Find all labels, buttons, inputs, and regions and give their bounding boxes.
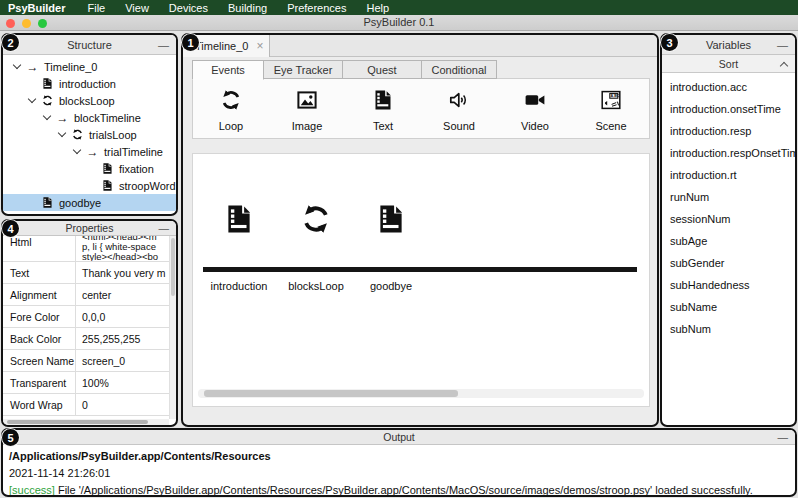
tree-item-trialsloop[interactable]: trialsLoop: [3, 126, 176, 143]
expand-toggle[interactable]: [9, 65, 24, 68]
text-doc-icon: [39, 77, 56, 90]
chevron-down-icon: [12, 61, 20, 69]
property-value[interactable]: <html><head><mp, li { white-spacestyle><…: [75, 236, 176, 261]
property-row-alignment: Alignmentcenter: [3, 284, 176, 306]
document-tab-label: Timeline_0: [195, 40, 248, 52]
sort-header[interactable]: Sort: [662, 55, 795, 73]
tool-scene[interactable]: A.BCScene: [573, 79, 649, 138]
variables-panel: Variables — Sort introduction.accintrodu…: [660, 33, 797, 427]
text-doc-icon: [222, 222, 256, 239]
variable-item-subname[interactable]: subName: [662, 296, 795, 318]
tree-item-fixation[interactable]: fixation: [3, 160, 176, 177]
video-icon: [523, 88, 547, 116]
canvas-horizontal-scrollbar[interactable]: [198, 389, 644, 398]
properties-panel-title: Properties: [66, 222, 114, 234]
vertical-scrollbar[interactable]: [169, 236, 176, 419]
app-window: PsyBuilder FileViewDevicesBuildingPrefer…: [0, 0, 798, 498]
tab-eye-tracker[interactable]: Eye Tracker: [263, 60, 343, 79]
menu-item-help[interactable]: Help: [356, 2, 399, 14]
variable-item-sessionnum[interactable]: sessionNum: [662, 208, 795, 230]
scrollbar-thumb[interactable]: [7, 420, 148, 424]
timeline-item-introduction[interactable]: [201, 202, 277, 240]
menu-item-view[interactable]: View: [115, 2, 159, 14]
tree-item-label: Timeline_0: [44, 61, 97, 73]
tree-item-label: blockTimeline: [74, 112, 141, 124]
property-value[interactable]: Thank you very m: [75, 262, 176, 283]
expand-toggle[interactable]: [24, 99, 39, 102]
tree-item-label: trialTimeline: [104, 146, 163, 158]
menu-items: FileViewDevicesBuildingPreferencesHelp: [77, 2, 399, 14]
tool-label: Text: [373, 120, 393, 132]
scene-icon: A.BC: [599, 88, 623, 116]
tree-item-introduction[interactable]: introduction: [3, 75, 176, 92]
tab-conditional[interactable]: Conditional: [421, 60, 497, 79]
expand-toggle[interactable]: [39, 116, 54, 119]
tool-loop[interactable]: Loop: [193, 79, 269, 138]
tree-item-goodbye[interactable]: goodbye: [3, 194, 176, 211]
variable-item-subage[interactable]: subAge: [662, 230, 795, 252]
menu-item-devices[interactable]: Devices: [159, 2, 218, 14]
property-name: Html: [3, 236, 75, 248]
timeline-arrow-icon: →: [54, 112, 71, 124]
variable-item-runnum[interactable]: runNum: [662, 186, 795, 208]
variable-item-introduction-resp[interactable]: introduction.resp: [662, 120, 795, 142]
property-value[interactable]: screen_0: [75, 350, 176, 371]
property-value[interactable]: center: [75, 284, 176, 305]
property-row-text: TextThank you very m: [3, 262, 176, 284]
tree-item-stroopword[interactable]: stroopWord: [3, 177, 176, 194]
property-row-back-color: Back Color255,255,255: [3, 328, 176, 350]
variable-item-introduction-acc[interactable]: introduction.acc: [662, 76, 795, 98]
timeline-item-blocksloop[interactable]: [278, 202, 354, 240]
tool-sound[interactable]: Sound: [421, 79, 497, 138]
minimize-panel-button[interactable]: —: [159, 221, 170, 236]
tool-text[interactable]: Text: [345, 79, 421, 138]
output-resource-path: /Applications/PsyBuilder.app/Contents/Re…: [9, 450, 789, 462]
property-name: Transparent: [3, 377, 75, 389]
minimize-panel-button[interactable]: —: [158, 35, 169, 55]
close-tab-icon[interactable]: ×: [256, 40, 263, 52]
variable-item-subgender[interactable]: subGender: [662, 252, 795, 274]
tab-quest[interactable]: Quest: [342, 60, 422, 79]
expand-toggle[interactable]: [54, 133, 69, 136]
menu-item-building[interactable]: Building: [218, 2, 277, 14]
tab-events[interactable]: Events: [192, 60, 264, 80]
property-row-word-wrap: Word Wrap0: [3, 394, 176, 416]
variable-item-introduction-rt[interactable]: introduction.rt: [662, 164, 795, 186]
output-panel-title: Output: [383, 431, 415, 443]
tree-item-trialtimeline[interactable]: →trialTimeline: [3, 143, 176, 160]
loop-icon: [219, 88, 243, 116]
timeline-item-goodbye[interactable]: [353, 202, 429, 240]
tool-image[interactable]: Image: [269, 79, 345, 138]
timeline-item-label: goodbye: [343, 280, 439, 292]
tree-item-timeline-0[interactable]: →Timeline_0: [3, 58, 176, 75]
minimize-panel-button[interactable]: —: [778, 430, 789, 445]
output-timestamp: 2021-11-14 21:26:01: [9, 467, 789, 479]
variable-item-subnum[interactable]: subNum: [662, 318, 795, 340]
property-name: Fore Color: [3, 311, 75, 323]
chevron-down-icon: [27, 95, 35, 103]
tool-video[interactable]: Video: [497, 79, 573, 138]
property-value[interactable]: 100%: [75, 372, 176, 393]
property-value[interactable]: 0,0,0: [75, 306, 176, 327]
property-value[interactable]: 255,255,255: [75, 328, 176, 349]
menu-item-file[interactable]: File: [77, 2, 115, 14]
output-message-text: File '/Applications/PsyBuilder.app/Conte…: [55, 484, 753, 496]
variable-item-introduction-onsettime[interactable]: introduction.onsetTime: [662, 98, 795, 120]
variable-item-subhandedness[interactable]: subHandedness: [662, 274, 795, 296]
menu-item-preferences[interactable]: Preferences: [277, 2, 356, 14]
tree-item-label: introduction: [59, 78, 116, 90]
timeline-editor-panel: Timeline_0 × EventsEye TrackerQuestCondi…: [181, 33, 659, 427]
expand-toggle[interactable]: [69, 150, 84, 153]
horizontal-scrollbar[interactable]: [3, 419, 169, 425]
loop-icon: [69, 128, 86, 141]
tree-item-blocksloop[interactable]: blocksLoop: [3, 92, 176, 109]
app-menu-title[interactable]: PsyBuilder: [0, 2, 77, 14]
scrollbar-thumb[interactable]: [204, 390, 458, 397]
minimize-panel-button[interactable]: —: [777, 35, 788, 55]
scrollbar-thumb[interactable]: [171, 238, 175, 296]
tree-item-blocktimeline[interactable]: →blockTimeline: [3, 109, 176, 126]
category-tabs: EventsEye TrackerQuestConditional: [192, 60, 497, 79]
variables-list: introduction.accintroduction.onsetTimein…: [662, 73, 795, 340]
variable-item-introduction-responsettime[interactable]: introduction.respOnsetTime: [662, 142, 795, 164]
property-value[interactable]: 0: [75, 394, 176, 415]
